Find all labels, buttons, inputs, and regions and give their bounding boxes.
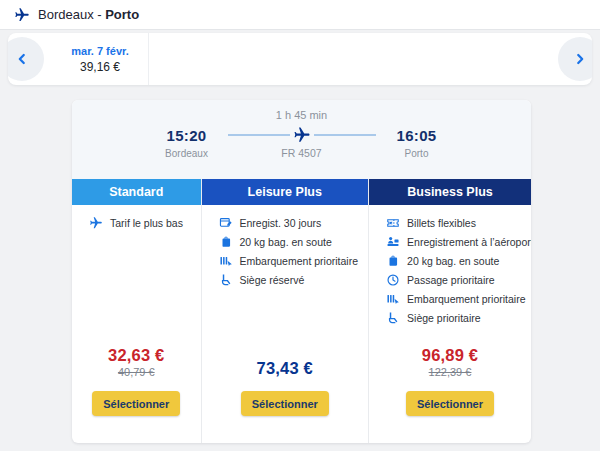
departure-time: 15:20 <box>152 127 222 144</box>
feature-row: Tarif le plus bas <box>89 213 199 232</box>
date-option-selected[interactable]: mar. 7 févr. 39,16 € <box>52 33 149 85</box>
current-price: 73,43 € <box>257 359 313 378</box>
feature-label: Tarif le plus bas <box>110 217 183 229</box>
feature-label: Billets flexibles <box>407 217 476 229</box>
feature-label: Siège réservé <box>240 274 305 286</box>
spacer <box>369 327 531 342</box>
route-title: Bordeaux - Porto <box>38 7 139 22</box>
feature-label: Embarquement prioritaire <box>407 293 525 305</box>
select-button-standard[interactable]: Sélectionner <box>92 391 180 416</box>
route-origin: Bordeaux - <box>38 7 105 22</box>
suitcase-icon <box>386 254 400 268</box>
feature-label: Enregist. 30 jours <box>240 217 322 229</box>
feature-row: 20 kg bag. en soute <box>219 232 367 251</box>
fare-column-standard: StandardTarif le plus bas32,63 €40,79 €S… <box>72 179 201 443</box>
chevron-right-icon <box>573 52 587 66</box>
fare-column-business-plus: Business PlusBillets flexiblesEnregistre… <box>368 179 531 443</box>
flight-card: 1 h 45 min 15:20 16:05 Bordeaux FR 4507 … <box>72 100 531 443</box>
priority-boarding-icon <box>219 254 233 268</box>
plane-icon <box>89 216 103 230</box>
feature-row: Siège réservé <box>219 270 367 289</box>
arrival-time: 16:05 <box>382 127 452 144</box>
previous-date-button[interactable] <box>8 37 44 81</box>
feature-row: Billets flexibles <box>386 213 529 232</box>
checkin-calendar-icon <box>219 216 233 230</box>
clock-icon <box>386 273 400 287</box>
arrival-city: Porto <box>382 148 452 159</box>
departure-city: Bordeaux <box>152 148 222 159</box>
feature-label: Passage prioritaire <box>407 274 495 286</box>
route-line <box>228 134 290 136</box>
feature-label: Siège prioritaire <box>407 312 481 324</box>
airport-checkin-icon <box>386 235 400 249</box>
fare-columns: StandardTarif le plus bas32,63 €40,79 €S… <box>72 179 531 443</box>
spacer <box>72 232 201 342</box>
feature-label: Enregistrement à l’aéroport <box>407 236 531 248</box>
price-block: 73,43 € <box>202 342 369 378</box>
date-price: 39,16 € <box>80 60 120 74</box>
plane-icon <box>293 126 311 144</box>
original-price: 40,79 € <box>118 366 155 378</box>
route-line <box>314 134 376 136</box>
feature-label: 20 kg bag. en soute <box>407 255 499 267</box>
feature-row: Enregistrement à l’aéroport <box>386 232 529 251</box>
seat-icon <box>386 311 400 325</box>
spacer <box>202 289 369 342</box>
price-block: 96,89 €122,39 € <box>369 342 531 378</box>
select-button-leisure-plus[interactable]: Sélectionner <box>241 391 329 416</box>
next-date-button[interactable] <box>558 37 592 81</box>
seat-icon <box>219 273 233 287</box>
feature-row: 20 kg bag. en soute <box>386 251 529 270</box>
flight-duration: 1 h 45 min <box>72 109 531 121</box>
current-price: 96,89 € <box>422 346 478 365</box>
route-destination: Porto <box>105 7 139 22</box>
fare-header-leisure-plus: Leisure Plus <box>202 179 369 205</box>
priority-boarding-icon <box>386 292 400 306</box>
fare-header-business-plus: Business Plus <box>369 179 531 205</box>
current-price: 32,63 € <box>108 346 164 365</box>
feature-list: Tarif le plus bas <box>72 205 201 232</box>
route-visual <box>228 126 376 144</box>
flight-number: FR 4507 <box>222 147 382 159</box>
feature-list: Enregist. 30 jours20 kg bag. en souteEmb… <box>202 205 369 289</box>
plane-icon <box>14 7 30 23</box>
feature-label: Embarquement prioritaire <box>240 255 358 267</box>
chevron-left-icon <box>15 52 29 66</box>
original-price: 122,39 € <box>429 366 472 378</box>
suitcase-icon <box>219 235 233 249</box>
feature-row: Embarquement prioritaire <box>219 251 367 270</box>
fare-header-standard: Standard <box>72 179 201 205</box>
route-header: Bordeaux - Porto <box>0 0 600 30</box>
feature-row: Passage prioritaire <box>386 270 529 289</box>
feature-row: Embarquement prioritaire <box>386 289 529 308</box>
fare-column-leisure-plus: Leisure PlusEnregist. 30 jours20 kg bag.… <box>201 179 369 443</box>
feature-list: Billets flexiblesEnregistrement à l’aéro… <box>369 205 531 327</box>
price-block: 32,63 €40,79 € <box>72 342 201 378</box>
select-button-business-plus[interactable]: Sélectionner <box>406 391 494 416</box>
date-carousel: mar. 7 févr. 39,16 € <box>8 33 592 85</box>
date-label: mar. 7 févr. <box>71 45 129 57</box>
flexible-ticket-icon <box>386 216 400 230</box>
flight-info: 1 h 45 min 15:20 16:05 Bordeaux FR 4507 … <box>72 100 531 179</box>
feature-label: 20 kg bag. en soute <box>240 236 332 248</box>
feature-row: Enregist. 30 jours <box>219 213 367 232</box>
feature-row: Siège prioritaire <box>386 308 529 327</box>
